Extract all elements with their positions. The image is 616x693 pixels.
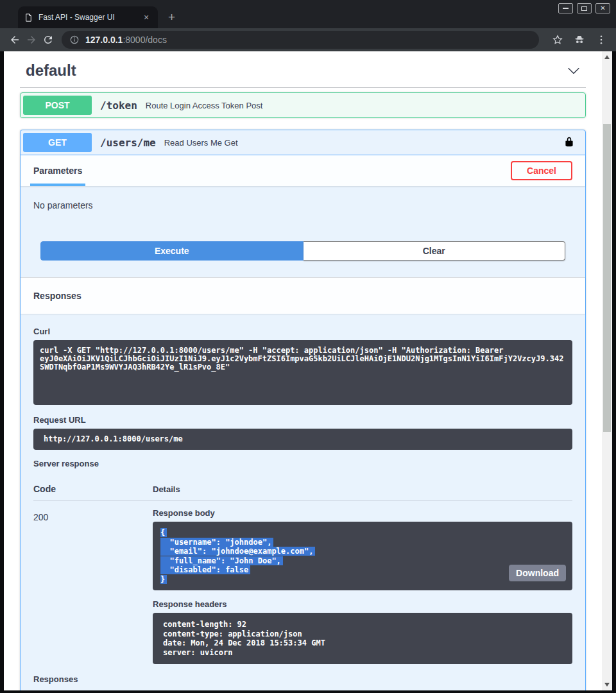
reload-button[interactable] bbox=[40, 31, 56, 48]
get-method-badge: GET bbox=[23, 133, 92, 152]
response-headers-label: Response headers bbox=[153, 599, 572, 609]
browser-titlebar: Fast API - Swagger UI × + ✕ bbox=[0, 0, 616, 28]
scrollbar-thumb[interactable] bbox=[603, 124, 611, 432]
tab-parameters[interactable]: Parameters bbox=[33, 155, 82, 186]
swagger-page: default POST /token Route Login Access T… bbox=[4, 51, 602, 690]
server-response-label: Server response bbox=[33, 459, 572, 468]
post-summary-text: Route Login Access Token Post bbox=[146, 101, 263, 110]
url-host: 127.0.0.1 bbox=[85, 35, 123, 45]
responses-inner: Curl curl -X GET "http://127.0.0.1:8000/… bbox=[21, 314, 585, 690]
close-tab-icon[interactable]: × bbox=[141, 12, 152, 22]
default-section-header[interactable]: default bbox=[20, 51, 586, 88]
page-scrollbar[interactable] bbox=[602, 51, 612, 690]
browser-tab[interactable]: Fast API - Swagger UI × bbox=[18, 6, 158, 28]
opblock-post-token: POST /token Route Login Access Token Pos… bbox=[20, 92, 586, 118]
tab-title: Fast API - Swagger UI bbox=[38, 13, 141, 22]
live-response-table-header: Code Details bbox=[33, 484, 572, 501]
bookmark-star-icon[interactable] bbox=[549, 31, 566, 48]
site-info-icon[interactable] bbox=[69, 35, 80, 45]
maximize-button[interactable] bbox=[577, 3, 592, 13]
incognito-icon bbox=[571, 31, 588, 48]
request-url-value: http://127.0.0.1:8000/users/me bbox=[33, 429, 572, 450]
request-url-label: Request URL bbox=[33, 415, 572, 425]
responses-title: Responses bbox=[33, 291, 81, 301]
details-column-header: Details bbox=[153, 484, 572, 494]
scrollbar-down-arrow[interactable] bbox=[604, 683, 610, 687]
opblock-get-users-me: GET /users/me Read Users Me Get Paramete… bbox=[20, 130, 586, 690]
curl-command[interactable]: curl -X GET "http://127.0.0.1:8000/users… bbox=[33, 340, 572, 405]
curl-label: Curl bbox=[33, 327, 572, 336]
post-path: /token bbox=[100, 99, 137, 112]
chevron-down-icon[interactable] bbox=[567, 64, 580, 77]
get-summary-text: Read Users Me Get bbox=[164, 138, 238, 148]
section-title: default bbox=[26, 62, 76, 80]
browser-viewport: default POST /token Route Login Access T… bbox=[4, 51, 612, 690]
close-window-button[interactable]: ✕ bbox=[595, 3, 610, 13]
browser-toolbar: 127.0.0.1:8000/docs bbox=[0, 28, 616, 51]
opblock-post-summary[interactable]: POST /token Route Login Access Token Pos… bbox=[21, 93, 585, 117]
execute-button[interactable]: Execute bbox=[40, 241, 304, 261]
page-favicon-icon bbox=[24, 13, 33, 22]
status-code: 200 bbox=[33, 508, 153, 674]
live-response-row: 200 Response body { "username": "johndoe… bbox=[33, 508, 572, 674]
response-body-label: Response body bbox=[153, 508, 572, 518]
back-button[interactable] bbox=[6, 31, 23, 48]
clear-button[interactable]: Clear bbox=[304, 241, 566, 261]
responses-section-header: Responses bbox=[21, 277, 585, 314]
get-path: /users/me bbox=[100, 137, 156, 149]
browser-menu-icon[interactable] bbox=[593, 31, 610, 48]
response-body[interactable]: { "username": "johndoe", "email": "johnd… bbox=[153, 522, 572, 590]
response-headers: content-length: 92 content-type: applica… bbox=[153, 613, 572, 664]
authorize-lock-button[interactable] bbox=[563, 136, 575, 149]
execute-wrapper: Execute Clear bbox=[21, 236, 585, 277]
documented-responses-label: Responses bbox=[33, 674, 572, 684]
address-bar[interactable]: 127.0.0.1:8000/docs bbox=[62, 31, 539, 49]
no-parameters-text: No parameters bbox=[21, 186, 585, 236]
url-path: :8000/docs bbox=[123, 35, 167, 45]
window-controls: ✕ bbox=[558, 3, 610, 13]
download-button[interactable]: Download bbox=[509, 565, 566, 581]
lock-icon bbox=[564, 136, 574, 148]
opblock-get-summary[interactable]: GET /users/me Read Users Me Get bbox=[21, 130, 585, 155]
parameters-header: Parameters Cancel bbox=[21, 155, 585, 186]
new-tab-button[interactable]: + bbox=[168, 11, 175, 23]
cancel-button[interactable]: Cancel bbox=[511, 161, 572, 180]
post-method-badge: POST bbox=[23, 96, 92, 115]
minimize-button[interactable] bbox=[558, 3, 573, 13]
code-column-header: Code bbox=[33, 484, 153, 494]
forward-button[interactable] bbox=[23, 31, 40, 48]
scrollbar-up-arrow[interactable] bbox=[604, 55, 610, 59]
